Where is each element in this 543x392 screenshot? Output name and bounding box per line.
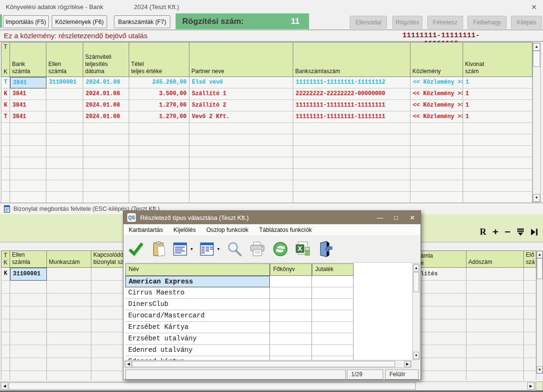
column-header[interactable]: Ellenszámla: [10, 250, 47, 268]
table-cell[interactable]: [189, 123, 293, 134]
scroll-thumb[interactable]: [9, 382, 416, 390]
table-cell[interactable]: [466, 319, 524, 332]
table-cell[interactable]: [524, 281, 536, 294]
form-view-icon[interactable]: [173, 242, 188, 256]
table-cell[interactable]: [47, 294, 91, 306]
table-cell[interactable]: [293, 123, 410, 134]
list-item[interactable]: Erzsébet utalvány: [125, 333, 354, 345]
bankszamlak-button[interactable]: Bankszámlák (F7): [114, 15, 170, 28]
list-item[interactable]: Eurocard/Mastercard: [125, 310, 354, 322]
menu-tablazatos-funkciok[interactable]: Táblázatos funkciók: [254, 227, 317, 233]
table-cell[interactable]: [463, 169, 532, 180]
table1-vscrollbar[interactable]: ▲ ▼: [532, 43, 541, 202]
table-row[interactable]: T3841311000012024.01.08245.260,00Első ve…: [1, 77, 532, 88]
table-cell[interactable]: 1: [463, 88, 532, 100]
menu-oszlop-funkciok[interactable]: Oszlop funkciók: [201, 227, 254, 233]
table-cell[interactable]: [466, 345, 524, 358]
table-cell[interactable]: [47, 281, 91, 294]
menu-kijeloles[interactable]: Kijelölés: [168, 227, 201, 233]
list-column-header[interactable]: Jutalék: [312, 263, 354, 276]
table-cell[interactable]: 3841: [10, 100, 46, 111]
table-cell[interactable]: [1, 281, 10, 294]
table-cell[interactable]: [1, 332, 10, 345]
table-cell[interactable]: [83, 134, 129, 146]
exit-icon[interactable]: [318, 241, 333, 257]
list-item-value[interactable]: [312, 356, 354, 360]
table-cell[interactable]: [10, 157, 46, 169]
table-cell[interactable]: [10, 180, 46, 192]
table-cell[interactable]: [47, 319, 91, 332]
list-item[interactable]: Erzsébet Kártya: [125, 322, 354, 333]
form-view-dropdown-icon[interactable]: ▾: [190, 246, 193, 251]
table-cell[interactable]: [129, 157, 189, 169]
table-cell[interactable]: [293, 157, 410, 169]
table-cell[interactable]: [47, 332, 91, 345]
scroll-up-icon[interactable]: ▲: [413, 264, 419, 272]
dialog-close-button[interactable]: ✕: [404, 212, 421, 223]
table-cell[interactable]: [410, 169, 463, 180]
main-window-close-icon[interactable]: ✕: [529, 2, 539, 12]
table-cell[interactable]: [463, 180, 532, 192]
table-cell[interactable]: [46, 157, 83, 169]
table-cell[interactable]: [1, 371, 10, 380]
table-cell[interactable]: 11111111-11111111-11111112: [293, 77, 410, 88]
minimize-button[interactable]: —: [372, 212, 388, 223]
table-cell[interactable]: [524, 332, 536, 345]
dialog-hscrollbar[interactable]: ◀ ▶: [124, 360, 411, 368]
table-cell[interactable]: [1, 306, 10, 319]
table-cell[interactable]: K: [1, 100, 10, 111]
table-cell[interactable]: [463, 157, 532, 169]
table-cell[interactable]: 1: [463, 111, 532, 123]
filter-sort-icon[interactable]: [517, 228, 525, 236]
table-cell[interactable]: [83, 192, 129, 203]
list-item-value[interactable]: [312, 322, 354, 333]
table-cell[interactable]: [524, 294, 536, 306]
table-cell[interactable]: K: [1, 88, 10, 100]
table-cell[interactable]: [410, 134, 463, 146]
menu-karbantartas[interactable]: Karbantartás: [123, 227, 168, 233]
column-header[interactable]: Számviteliteljesítésdátuma: [83, 42, 129, 77]
column-header[interactable]: Közlemény: [410, 42, 463, 77]
list-item-value[interactable]: [270, 345, 312, 356]
list-column-header[interactable]: Főkönyv: [270, 263, 312, 276]
list-column-header[interactable]: Név: [125, 263, 270, 276]
column-header[interactable]: Kivonatszám: [463, 42, 532, 77]
table-view-icon[interactable]: [200, 242, 214, 256]
table-cell[interactable]: Szállító 1: [189, 88, 293, 100]
table-cell[interactable]: [410, 192, 463, 203]
table-cell[interactable]: [10, 319, 47, 332]
table-row[interactable]: [1, 157, 532, 169]
table-cell[interactable]: [410, 180, 463, 192]
table-cell[interactable]: [1, 134, 10, 146]
table-cell[interactable]: [1, 169, 10, 180]
table-cell[interactable]: 11111111-11111111-11111111: [293, 100, 410, 111]
list-item-value[interactable]: [270, 276, 312, 287]
paste-icon[interactable]: [152, 241, 166, 257]
table-cell[interactable]: [129, 123, 189, 134]
table-cell[interactable]: [524, 371, 536, 380]
table-cell[interactable]: 3841: [10, 111, 46, 123]
table-row[interactable]: [1, 123, 532, 134]
refresh-icon[interactable]: [273, 241, 288, 257]
scroll-left-icon[interactable]: ◀: [125, 361, 132, 367]
table-row[interactable]: [1, 192, 532, 203]
table-row[interactable]: [1, 169, 532, 180]
column-header[interactable]: TK: [1, 42, 10, 77]
table-cell[interactable]: [47, 371, 91, 380]
table-cell[interactable]: [47, 345, 91, 358]
table-cell[interactable]: [46, 88, 83, 100]
kilepes-button[interactable]: Kilépés: [511, 16, 542, 29]
table-cell[interactable]: 11111111-11111111-11111111: [293, 111, 410, 123]
table-row[interactable]: [1, 180, 532, 192]
column-header[interactable]: Tételteljes értéke: [129, 42, 189, 77]
list-item-value[interactable]: [312, 287, 354, 299]
table-cell[interactable]: [189, 157, 293, 169]
table-cell[interactable]: [47, 358, 91, 371]
table-cell[interactable]: [463, 192, 532, 203]
list-item-name[interactable]: Cirrus Maestro: [125, 287, 270, 299]
table-cell[interactable]: [83, 180, 129, 192]
column-header[interactable]: TK: [1, 250, 10, 268]
dialog-titlebar[interactable]: QS Részletező típus választása (Teszt Kf…: [123, 211, 421, 224]
table-cell[interactable]: [466, 358, 524, 371]
table-cell[interactable]: << Közlemény >>: [410, 77, 463, 88]
